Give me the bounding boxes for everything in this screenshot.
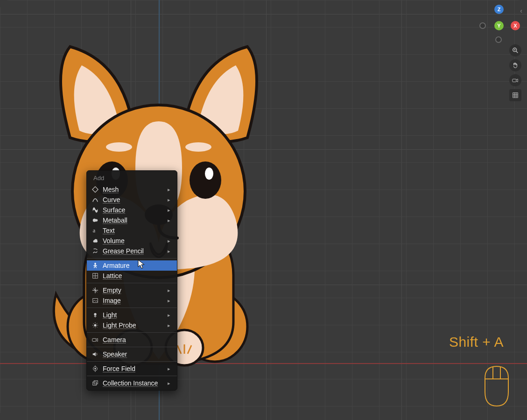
- gizmo-neg-axis[interactable]: [479, 22, 486, 29]
- camera-icon: [91, 336, 99, 343]
- svg-point-10: [205, 168, 213, 180]
- menu-title: Add: [87, 173, 177, 184]
- svg-rect-37: [93, 299, 98, 303]
- lightprobe-icon: [91, 322, 99, 329]
- menu-item-camera[interactable]: Camera: [87, 335, 177, 345]
- menu-item-force-field[interactable]: Force Field▸: [87, 364, 177, 374]
- svg-text:a: a: [93, 227, 96, 234]
- menu-separator: [87, 308, 177, 308]
- svg-point-38: [94, 313, 96, 315]
- svg-line-30: [95, 266, 97, 268]
- svg-point-8: [190, 161, 221, 199]
- menu-item-speaker[interactable]: Speaker: [87, 349, 177, 359]
- svg-rect-16: [513, 79, 516, 82]
- menu-item-label: Lattice: [103, 272, 170, 280]
- menu-separator: [87, 283, 177, 283]
- mesh-icon: [91, 186, 99, 193]
- curve-icon: [91, 196, 99, 203]
- menu-item-label: Curve: [103, 196, 164, 203]
- text-icon: a: [91, 227, 99, 234]
- svg-point-5: [106, 142, 132, 152]
- submenu-arrow-icon: ▸: [168, 217, 170, 224]
- menu-item-surface[interactable]: Surface▸: [87, 205, 177, 215]
- menu-item-label: Camera: [103, 336, 170, 343]
- menu-item-lattice[interactable]: Lattice: [87, 271, 177, 281]
- menu-item-metaball[interactable]: Metaball▸: [87, 215, 177, 225]
- menu-item-label: Light: [103, 311, 164, 319]
- menu-separator: [87, 376, 177, 376]
- surface-icon: [91, 206, 99, 214]
- menu-item-label: Image: [103, 297, 164, 304]
- menu-item-label: Text: [103, 227, 170, 234]
- armature-icon: [91, 262, 99, 269]
- zoom-icon[interactable]: [509, 44, 521, 56]
- forcefield-icon: [91, 365, 99, 372]
- gizmo-axis-x[interactable]: X: [511, 21, 520, 30]
- shortcut-hint: Shift + A: [449, 334, 504, 350]
- menu-item-label: Armature: [103, 262, 170, 269]
- menu-item-label: Speaker: [103, 350, 170, 358]
- submenu-arrow-icon: ▸: [168, 366, 170, 372]
- menu-item-label: Collection Instance: [103, 379, 164, 387]
- menu-separator: [87, 361, 177, 362]
- add-menu[interactable]: Add Mesh▸Curve▸Surface▸Metaball▸aTextVol…: [86, 170, 177, 391]
- menu-item-light-probe[interactable]: Light Probe▸: [87, 320, 177, 330]
- menu-item-volume[interactable]: Volume▸: [87, 236, 177, 246]
- menu-item-armature[interactable]: Armature: [87, 260, 177, 271]
- menu-item-mesh[interactable]: Mesh▸: [87, 184, 177, 195]
- submenu-arrow-icon: ▸: [168, 298, 170, 304]
- submenu-arrow-icon: ▸: [168, 312, 170, 318]
- gizmo-neg-axis[interactable]: [495, 36, 502, 43]
- metaball-icon: [91, 217, 99, 224]
- menu-item-label: Mesh: [103, 186, 164, 193]
- menu-item-empty[interactable]: Empty▸: [87, 285, 177, 295]
- svg-point-6: [185, 142, 211, 152]
- perspective-icon[interactable]: [509, 89, 521, 101]
- svg-point-23: [95, 219, 98, 221]
- menu-item-label: Force Field: [103, 365, 164, 372]
- menu-item-label: Grease Pencil: [103, 247, 164, 255]
- camera-icon[interactable]: [509, 74, 521, 86]
- gizmo-axis-z[interactable]: Z: [494, 5, 504, 14]
- menu-item-label: Light Probe: [103, 322, 164, 329]
- submenu-arrow-icon: ▸: [168, 380, 170, 386]
- light-icon: [91, 311, 99, 319]
- menu-item-grease-pencil[interactable]: Grease Pencil▸: [87, 246, 177, 256]
- menu-item-label: Surface: [103, 206, 164, 214]
- gizmo-axis-y[interactable]: Y: [494, 21, 504, 30]
- image-icon: [91, 297, 99, 304]
- speaker-icon: [91, 350, 99, 358]
- submenu-arrow-icon: ▸: [168, 248, 170, 254]
- gizmo-collapse-icon[interactable]: ‹: [520, 7, 522, 14]
- volume-icon: [91, 237, 99, 245]
- svg-point-25: [94, 263, 96, 265]
- svg-point-41: [94, 368, 96, 370]
- submenu-arrow-icon: ▸: [168, 197, 170, 203]
- menu-separator: [87, 347, 177, 347]
- svg-rect-17: [513, 93, 518, 98]
- svg-point-39: [94, 324, 96, 326]
- menu-item-image[interactable]: Image▸: [87, 295, 177, 306]
- svg-rect-46: [94, 381, 98, 384]
- pan-icon[interactable]: [509, 59, 521, 71]
- submenu-arrow-icon: ▸: [168, 207, 170, 213]
- menu-item-label: Empty: [103, 287, 164, 294]
- collection-icon: [91, 379, 99, 387]
- submenu-arrow-icon: ▸: [168, 287, 170, 294]
- navigation-gizmo[interactable]: Z Y X ‹: [471, 5, 518, 42]
- submenu-arrow-icon: ▸: [168, 238, 170, 244]
- menu-item-label: Volume: [103, 237, 164, 245]
- svg-line-13: [516, 51, 518, 53]
- menu-item-text[interactable]: aText: [87, 225, 177, 236]
- empty-icon: [91, 287, 99, 294]
- menu-item-collection-instance[interactable]: Collection Instance▸: [87, 378, 177, 388]
- svg-rect-40: [92, 338, 96, 341]
- menu-item-curve[interactable]: Curve▸: [87, 195, 177, 205]
- menu-separator: [87, 332, 177, 333]
- menu-item-light[interactable]: Light▸: [87, 310, 177, 320]
- viewport-tools: [509, 44, 521, 101]
- lattice-icon: [91, 272, 99, 280]
- svg-rect-45: [93, 382, 97, 385]
- submenu-arrow-icon: ▸: [168, 322, 170, 329]
- menu-item-label: Metaball: [103, 217, 164, 224]
